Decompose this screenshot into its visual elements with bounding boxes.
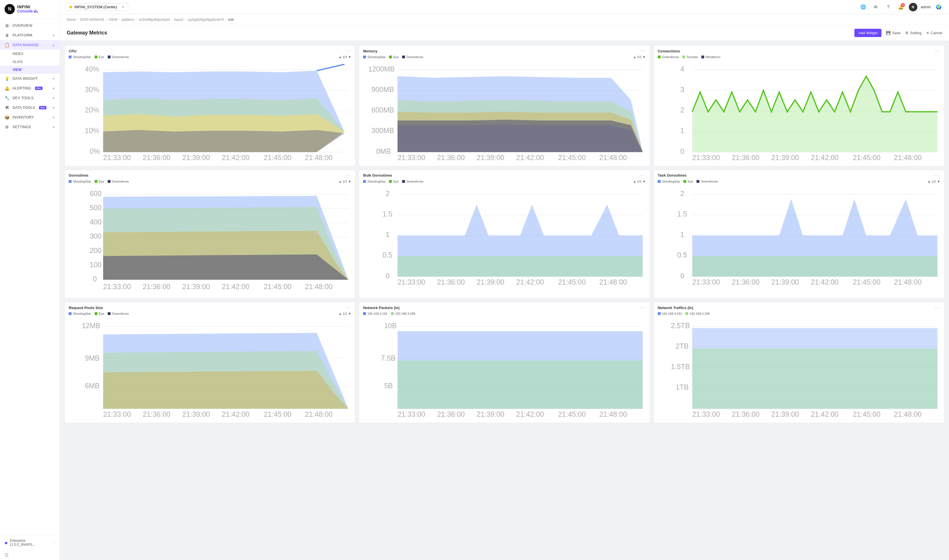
sidebar-item-inventory[interactable]: 📦 INVENTORY ▼ <box>0 112 60 122</box>
svg-text:21:39:00: 21:39:00 <box>182 410 210 418</box>
logo-infini: INFINI <box>17 5 38 9</box>
svg-text:21:33:00: 21:33:00 <box>692 278 720 286</box>
svg-text:600: 600 <box>90 189 102 197</box>
widget-menu-button[interactable]: ··· <box>640 305 646 310</box>
svg-text:21:36:00: 21:36:00 <box>437 278 465 286</box>
svg-text:0%: 0% <box>90 147 100 155</box>
chart-area: 2.5TB 2TB 1.5TB 1TB 21:33:00 21:36:00 <box>654 317 944 423</box>
widget-connections: Connections ··· GreenArrow Tornado Winds… <box>653 45 944 166</box>
dev-tools-icon: 🔧 <box>5 96 10 100</box>
widget-menu-button[interactable]: ··· <box>346 48 351 54</box>
breadcrumb-view[interactable]: VIEW <box>109 18 118 22</box>
svg-text:21:36:00: 21:36:00 <box>143 154 170 162</box>
language-icon[interactable]: 🌍 <box>934 3 943 12</box>
save-button[interactable]: 💾 Save <box>886 31 901 35</box>
sidebar-item-data-manage[interactable]: 📋 DATA MANAGE ▲ <box>0 40 60 50</box>
mail-icon[interactable]: ✉ <box>871 3 880 12</box>
sidebar-item-platform[interactable]: 🖥 PLATFORM ▼ <box>0 31 60 40</box>
svg-text:21:33:00: 21:33:00 <box>103 283 131 291</box>
svg-text:2: 2 <box>680 189 684 197</box>
svg-text:10%: 10% <box>85 126 99 134</box>
svg-text:21:33:00: 21:33:00 <box>397 278 425 286</box>
svg-text:21:39:00: 21:39:00 <box>477 278 504 286</box>
sidebar-item-data-tools[interactable]: 🛠 DATA TOOLS Pro ▼ <box>0 103 60 112</box>
widget-header: Goroutines ··· <box>65 170 355 180</box>
sidebar-item-overview[interactable]: ⊞ OVERVIEW <box>0 21 60 31</box>
chart-area: 1200MB 900MB 600MB 300MB 0MB <box>359 60 650 166</box>
legend-dot <box>95 180 97 183</box>
widget-menu-button[interactable]: ··· <box>935 173 940 178</box>
legend-dot <box>402 55 405 58</box>
breadcrumb-home[interactable]: Home <box>67 18 76 22</box>
breadcrumb-data-manage[interactable]: DATA MANAGE <box>80 18 104 22</box>
svg-text:9MB: 9MB <box>85 354 99 362</box>
sidebar-item-index[interactable]: INDEX <box>0 50 60 58</box>
widget-title: CPU <box>69 49 76 53</box>
chart-area: 600 500 400 300 200 100 0 <box>65 185 355 298</box>
svg-text:300MB: 300MB <box>371 126 394 134</box>
widget-menu-button[interactable]: ··· <box>346 305 351 310</box>
sidebar-item-label: ALIAS <box>12 60 23 64</box>
notification-button[interactable]: 🔔 2 <box>896 3 905 12</box>
sidebar-item-settings[interactable]: ⚙ SETTINGS ▼ <box>0 122 60 132</box>
breadcrumb-layout[interactable]: layout <box>174 18 183 22</box>
widget-menu-button[interactable]: ··· <box>640 48 646 54</box>
setting-button[interactable]: ⚙ Setting <box>905 31 921 35</box>
widget-header: Network Traffics (In) ··· <box>654 302 944 312</box>
system-chevron-icon: ▼ <box>122 5 125 9</box>
system-selector[interactable]: INFINI_SYSTEM (Center) ▼ <box>66 3 128 11</box>
legend-dot <box>682 55 685 58</box>
add-widget-button[interactable]: Add Widget <box>854 29 881 37</box>
sidebar-item-alerting[interactable]: 🔔 ALERTING Pro ▼ <box>0 83 60 93</box>
cpu-chart: 40% 30% 20% 10% 0% <box>68 60 352 163</box>
widget-legend: ShootingStar Eye GreenArrow ▲ 1/2 ▼ <box>65 180 355 185</box>
widget-legend: ShootingStar Eye GreenArrow ▲ 1/2 ▼ <box>654 180 944 185</box>
svg-text:21:45:00: 21:45:00 <box>853 154 880 162</box>
legend-dot <box>108 55 111 58</box>
legend-shootingstar: ShootingStar <box>363 55 385 58</box>
platform-icon: 🖥 <box>5 33 10 38</box>
sidebar-item-alias[interactable]: ALIAS <box>0 58 60 66</box>
sidebar-item-data-insight[interactable]: 💡 DATA INSIGHT ▼ <box>0 74 60 83</box>
widget-network-traffics-in: Network Traffics (In) ··· 192.168.3.181 … <box>653 302 944 423</box>
svg-text:10B: 10B <box>384 322 397 329</box>
breadcrumb-patterns[interactable]: patterns <box>122 18 134 22</box>
svg-text:21:45:00: 21:45:00 <box>263 283 291 291</box>
sidebar-item-view[interactable]: VIEW <box>0 66 60 74</box>
green-area <box>692 256 938 277</box>
sidebar-item-dev-tools[interactable]: 🔧 DEV TOOLS ▼ <box>0 93 60 103</box>
breadcrumb-layout-id[interactable]: cg2qqh28go5jqa6vvk70 <box>188 18 224 22</box>
legend-dot <box>108 312 111 315</box>
legend-eye: Eye <box>95 180 104 183</box>
svg-text:5B: 5B <box>384 382 393 390</box>
svg-text:1200MB: 1200MB <box>368 65 395 73</box>
filter-icon: ▼ <box>642 55 646 58</box>
page-header: Gateway Metrics Add Widget 💾 Save ⚙ Sett… <box>60 24 949 41</box>
chevron-down-icon: ▼ <box>52 34 55 37</box>
chevron-down-icon: ▼ <box>52 126 55 129</box>
widget-menu-button[interactable]: ··· <box>935 305 940 310</box>
help-icon[interactable]: ? <box>884 3 893 12</box>
cancel-button[interactable]: ✕ Cancel <box>926 31 942 35</box>
green-area <box>397 361 643 409</box>
alerting-icon: 🔔 <box>5 86 10 91</box>
legend-greenarrow: GreenArrow <box>658 55 679 58</box>
svg-text:2TB: 2TB <box>675 342 689 350</box>
greenarrow-area <box>103 130 345 152</box>
sidebar-footer[interactable]: ◆ Enterprise (1.5.0_SNAPS... › <box>0 535 60 550</box>
svg-text:2: 2 <box>386 189 390 197</box>
legend-dot <box>402 180 405 183</box>
widget-menu-button[interactable]: ··· <box>640 173 646 178</box>
globe-icon[interactable]: 🌐 <box>859 3 868 12</box>
legend-ip2: 192.168.3.185 <box>686 312 710 315</box>
widget-title: Network Packets (In) <box>363 306 399 310</box>
widget-menu-button[interactable]: ··· <box>346 173 351 178</box>
breadcrumb-pattern-id[interactable]: cb34sfl6psfiqtovhpt4 <box>139 18 169 22</box>
widget-title: Task Goroutines <box>658 173 687 177</box>
legend-eye: Eye <box>389 180 399 183</box>
network-traffics-chart: 2.5TB 2TB 1.5TB 1TB 21:33:00 21:36:00 <box>656 317 941 420</box>
svg-text:21:45:00: 21:45:00 <box>263 154 291 162</box>
widget-menu-button[interactable]: ··· <box>935 48 940 54</box>
admin-label[interactable]: admin <box>921 5 931 9</box>
svg-text:1.5TB: 1.5TB <box>671 363 690 371</box>
